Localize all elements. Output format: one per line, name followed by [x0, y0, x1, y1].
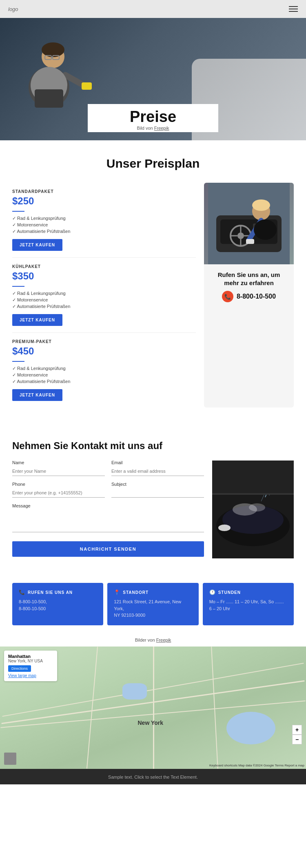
- info-card-hours: 🕐 STUNDEN Mo – Fr ...... 11 – 20 Uhr, Sa…: [203, 583, 294, 625]
- map-state: New York, NY USA: [8, 659, 53, 663]
- plan-name-0: STANDARDPAKET: [12, 189, 196, 194]
- plan-features-1: Rad & Lenkungsprüfung Motorenservice Aut…: [12, 291, 196, 309]
- plan-divider-2: [12, 361, 24, 362]
- pricing-plans: STANDARDPAKET $250 Rad & Lenkungsprüfung…: [12, 183, 196, 407]
- contact-section: Nehmen Sie Kontakt mit uns auf Name Emai…: [0, 424, 306, 575]
- pricing-section: Unser Preisplan STANDARDPAKET $250 Rad &…: [0, 140, 306, 424]
- form-group-email: Email: [111, 460, 204, 476]
- footer-text: Sample text. Click to select the Text El…: [108, 775, 198, 779]
- feature-0-0: Rad & Lenkungsprüfung: [12, 216, 196, 221]
- subject-input[interactable]: [111, 488, 204, 498]
- phone-icon: 📞: [222, 291, 233, 302]
- pricing-phone-number: 8-800-10-500: [237, 293, 276, 300]
- freepik-credit: Bilder von Freepik: [0, 633, 306, 647]
- plan-item-standard: STANDARDPAKET $250 Rad & Lenkungsprüfung…: [12, 183, 196, 258]
- svg-point-33: [249, 503, 265, 512]
- map-road-v1: [86, 647, 98, 768]
- email-input[interactable]: [111, 467, 204, 476]
- info-card-location-header: 📍 STANDORT: [114, 589, 192, 595]
- hero-image-credit: Bild von Freepik: [100, 126, 206, 131]
- svg-point-28: [218, 525, 231, 531]
- pricing-title: Unser Preisplan: [12, 157, 294, 170]
- name-input[interactable]: [12, 467, 105, 476]
- footer: Sample text. Click to select the Text El…: [0, 769, 306, 784]
- contact-car-svg: [212, 461, 294, 558]
- map-view-larger-link[interactable]: View large map: [8, 673, 53, 678]
- hamburger-line2: [289, 9, 298, 9]
- buy-btn-0[interactable]: JETZT KAUFEN: [12, 239, 62, 251]
- pricing-card-title: Rufen Sie uns an, um mehr zu erfahren: [211, 271, 287, 287]
- plan-price-2: $450: [12, 345, 196, 357]
- feature-1-0: Rad & Lenkungsprüfung: [12, 291, 196, 296]
- plan-divider-1: [12, 286, 24, 287]
- map-zoom-controls: + −: [292, 725, 302, 744]
- send-button[interactable]: NACHRICHT SENDEN: [12, 541, 204, 557]
- map-water2: [122, 683, 147, 700]
- buy-btn-1[interactable]: JETZT KAUFEN: [12, 314, 62, 326]
- pricing-card-image: [204, 183, 294, 264]
- freepik-link[interactable]: Freepik: [156, 638, 171, 642]
- form-group-message: Message: [12, 503, 204, 534]
- info-card-hours-title: STUNDEN: [218, 590, 241, 595]
- contact-image: [212, 461, 294, 558]
- buy-btn-2[interactable]: JETZT KAUFEN: [12, 389, 62, 401]
- svg-point-24: [254, 219, 277, 240]
- map-section: New York Manhattan New York, NY USA Dire…: [0, 647, 306, 769]
- plan-price-0: $250: [12, 195, 196, 207]
- map-ny-label: New York: [138, 720, 164, 726]
- map-city: Manhattan: [8, 654, 53, 659]
- hamburger-line1: [289, 6, 298, 7]
- feature-0-2: Automatisierte Prüfstraßen: [12, 229, 196, 234]
- svg-rect-23: [246, 239, 254, 244]
- phone-label: Phone: [12, 482, 105, 487]
- phone-card-icon: 📞: [19, 589, 25, 595]
- pricing-content: STANDARDPAKET $250 Rad & Lenkungsprüfung…: [12, 183, 294, 407]
- info-card-location-text: 121 Rock Street, 21 Avenue, New York, NY…: [114, 598, 192, 619]
- plan-item-premium: PREMIUM-PAKET $450 Rad & Lenkungsprüfung…: [12, 333, 196, 407]
- info-card-location: 📍 STANDORT 121 Rock Street, 21 Avenue, N…: [107, 583, 198, 625]
- map-attribution: Keyboard shortcuts Map data ©2024 Google…: [209, 764, 304, 767]
- hamburger-line3: [289, 11, 298, 12]
- form-group-name: Name: [12, 460, 105, 476]
- info-card-phone-text: 8-800-10-500, 8-800-10-500: [19, 598, 97, 612]
- message-textarea[interactable]: [12, 510, 204, 532]
- location-card-icon: 📍: [114, 589, 120, 595]
- plan-price-1: $350: [12, 270, 196, 282]
- plan-features-0: Rad & Lenkungsprüfung Motorenservice Aut…: [12, 216, 196, 234]
- pricing-card: Rufen Sie uns an, um mehr zu erfahren 📞 …: [204, 183, 294, 407]
- svg-point-2: [42, 42, 64, 57]
- feature-2-1: Motorenservice: [12, 372, 196, 378]
- phone-input[interactable]: [12, 488, 105, 498]
- feature-0-1: Motorenservice: [12, 222, 196, 228]
- map-road-v2: [153, 647, 154, 769]
- map-directions-button[interactable]: Directions: [8, 665, 31, 672]
- info-card-hours-header: 🕐 STUNDEN: [209, 589, 287, 595]
- map-zoom-in[interactable]: +: [292, 725, 302, 735]
- map-thumbnail: [4, 753, 16, 765]
- svg-rect-34: [212, 461, 294, 493]
- svg-rect-9: [35, 89, 63, 108]
- plan-item-kuhl: KÜHLPAKET $350 Rad & Lenkungsprüfung Mot…: [12, 258, 196, 333]
- plan-features-2: Rad & Lenkungsprüfung Motorenservice Aut…: [12, 366, 196, 384]
- map-zoom-out[interactable]: −: [292, 735, 302, 744]
- hero-freepik-link[interactable]: Freepik: [154, 126, 169, 131]
- info-card-hours-text: Mo – Fr ...... 11 – 20 Uhr, Sa, So .....…: [209, 598, 287, 612]
- email-label: Email: [111, 460, 204, 465]
- info-card-phone-header: 📞 RUFEN SIE UNS AN: [19, 589, 97, 595]
- feature-2-0: Rad & Lenkungsprüfung: [12, 366, 196, 371]
- pricing-person-svg: [208, 183, 290, 264]
- feature-1-1: Motorenservice: [12, 297, 196, 303]
- hero-title-box: Preise Bild von Freepik: [88, 104, 218, 132]
- contact-form-area: Nehmen Sie Kontakt mit uns auf Name Emai…: [12, 440, 204, 558]
- svg-point-21: [252, 199, 270, 211]
- info-cards: 📞 RUFEN SIE UNS AN 8-800-10-500, 8-800-1…: [0, 575, 306, 633]
- svg-rect-35: [212, 493, 294, 495]
- header: logo: [0, 0, 306, 18]
- message-label: Message: [12, 503, 204, 508]
- feature-1-2: Automatisierte Prüfstraßen: [12, 304, 196, 309]
- map-water1: [226, 712, 275, 744]
- plan-divider-0: [12, 211, 24, 212]
- hamburger-menu[interactable]: [289, 6, 298, 12]
- map-background: New York Manhattan New York, NY USA Dire…: [0, 647, 306, 769]
- feature-2-2: Automatisierte Prüfstraßen: [12, 379, 196, 384]
